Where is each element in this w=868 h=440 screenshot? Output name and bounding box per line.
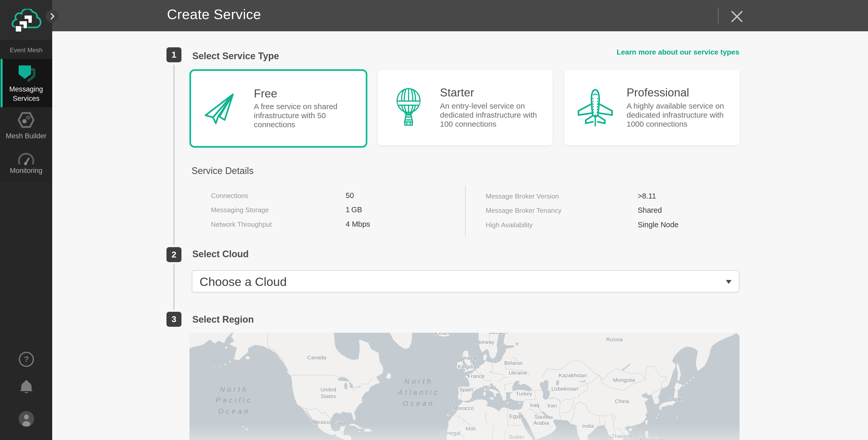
svg-text:Egypt: Egypt <box>509 413 523 419</box>
svg-text:North: North <box>404 378 433 385</box>
svg-text:Kazakhstan: Kazakhstan <box>559 372 587 378</box>
svg-text:Ukraine: Ukraine <box>509 370 527 376</box>
svg-text:Saudi: Saudi <box>534 414 548 419</box>
svg-text:Kingdom: Kingdom <box>458 364 479 370</box>
svg-text:Pacific: Pacific <box>216 396 253 404</box>
svg-text:Spain: Spain <box>459 386 473 392</box>
svg-text:Iceland: Iceland <box>435 333 452 336</box>
svg-text:Japan: Japan <box>669 396 683 402</box>
svg-text:United: United <box>461 355 477 361</box>
svg-text:Atlantic: Atlantic <box>398 388 440 396</box>
svg-text:Uzbekistan: Uzbekistan <box>551 386 578 392</box>
svg-text:Morocco: Morocco <box>453 405 474 411</box>
svg-text:?: ? <box>24 354 29 364</box>
svg-text:Turkey: Turkey <box>516 390 532 397</box>
svg-text:Canada: Canada <box>307 354 326 360</box>
svg-text:Norway: Norway <box>476 339 495 345</box>
svg-text:France: France <box>468 373 485 379</box>
svg-text:States: States <box>320 393 336 399</box>
svg-text:Ocean: Ocean <box>218 407 250 415</box>
svg-text:Mongolia: Mongolia <box>613 377 635 383</box>
svg-text:Belarus: Belarus <box>504 360 522 366</box>
svg-text:United: United <box>320 386 336 392</box>
svg-text:North: North <box>220 386 248 394</box>
svg-text:Ocean: Ocean <box>403 400 435 407</box>
svg-text:Russia: Russia <box>606 336 623 342</box>
svg-text:Sweden: Sweden <box>488 333 508 335</box>
svg-text:Iran: Iran <box>548 403 557 408</box>
svg-text:Italy: Italy <box>486 384 496 390</box>
svg-text:Iraq: Iraq <box>530 402 539 408</box>
svg-text:China: China <box>615 398 629 404</box>
